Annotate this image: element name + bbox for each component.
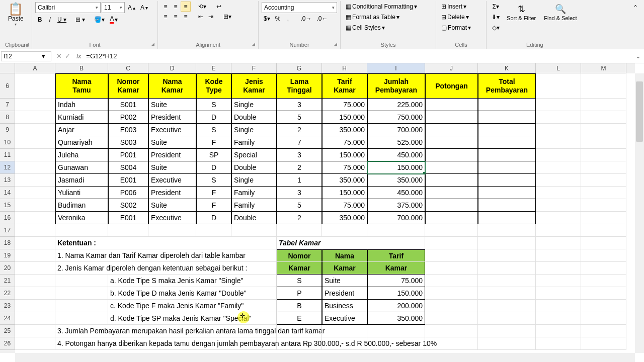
cell[interactable] xyxy=(367,224,425,237)
cell[interactable] xyxy=(536,187,581,199)
format-as-table-button[interactable]: ▦ Format as Table ▾ xyxy=(344,13,401,22)
cell[interactable]: 3 xyxy=(277,99,322,111)
cell[interactable] xyxy=(478,300,536,312)
cell-styles-button[interactable]: ▦ Cell Styles ▾ xyxy=(344,23,387,32)
cell[interactable] xyxy=(536,99,581,111)
clear-icon[interactable]: ◇▾ xyxy=(490,23,502,32)
row-header-7[interactable]: 7 xyxy=(0,99,15,111)
cell[interactable]: P002 xyxy=(108,111,148,124)
row-header-14[interactable]: 14 xyxy=(0,187,15,199)
cell[interactable]: 3 xyxy=(277,149,322,161)
decrease-font-icon[interactable]: A▾ xyxy=(138,3,150,12)
cell[interactable]: d. Kode Tipe SP maka Jenis Kamar "Specia… xyxy=(108,312,277,325)
cell[interactable]: 450.000 xyxy=(367,187,425,199)
cell[interactable]: 750.000 xyxy=(367,111,425,124)
cell[interactable]: S xyxy=(196,174,231,187)
cell[interactable]: S003 xyxy=(108,136,148,149)
cell[interactable] xyxy=(425,136,478,149)
cell[interactable] xyxy=(478,161,536,174)
number-launcher-icon[interactable]: ◢ xyxy=(334,42,337,47)
cell[interactable]: Special xyxy=(231,149,277,161)
cell[interactable] xyxy=(425,149,478,161)
cell[interactable] xyxy=(536,224,581,237)
cell[interactable]: 1 xyxy=(277,174,322,187)
cell[interactable] xyxy=(581,337,626,350)
cell[interactable] xyxy=(277,325,322,337)
table-header[interactable]: NamaKamar xyxy=(148,73,196,99)
cell[interactable] xyxy=(478,212,536,224)
cell[interactable] xyxy=(15,187,55,199)
cell[interactable] xyxy=(425,212,478,224)
tabel-kamar-header[interactable]: Tarif xyxy=(367,249,425,262)
cell[interactable]: E001 xyxy=(108,212,148,224)
row-header-22[interactable]: 22 xyxy=(0,287,15,300)
col-header-B[interactable]: B xyxy=(55,63,108,73)
alignment-launcher-icon[interactable]: ◢ xyxy=(252,42,255,47)
cell[interactable]: 2. Jenis Kamar diperoleh dengan ketentua… xyxy=(55,262,277,275)
cell[interactable] xyxy=(581,136,626,149)
increase-decimal-icon[interactable]: .0→ xyxy=(298,14,313,23)
cell[interactable]: President xyxy=(148,149,196,161)
row-header-21[interactable]: 21 xyxy=(0,275,15,287)
horizontal-scrollbar[interactable] xyxy=(15,353,635,362)
cell[interactable] xyxy=(478,224,536,237)
cell[interactable] xyxy=(15,149,55,161)
cell[interactable]: 350.000 xyxy=(367,174,425,187)
cell[interactable]: S xyxy=(277,275,322,287)
cell[interactable] xyxy=(478,187,536,199)
cell[interactable] xyxy=(15,174,55,187)
cell[interactable]: Juleha xyxy=(55,149,108,161)
formula-input[interactable] xyxy=(83,51,632,61)
cell[interactable] xyxy=(536,199,581,212)
cell[interactable] xyxy=(277,224,322,237)
cell[interactable] xyxy=(196,224,231,237)
col-header-A[interactable]: A xyxy=(15,63,55,73)
cell[interactable] xyxy=(581,199,626,212)
col-header-H[interactable]: H xyxy=(322,63,367,73)
cell[interactable] xyxy=(581,300,626,312)
cell[interactable] xyxy=(15,312,55,325)
cell[interactable] xyxy=(536,161,581,174)
cell[interactable]: Executive xyxy=(148,212,196,224)
cell[interactable]: 150.000 xyxy=(322,187,367,199)
cell[interactable]: 2 xyxy=(277,212,322,224)
cell[interactable]: Veronika xyxy=(55,212,108,224)
col-header-G[interactable]: G xyxy=(277,63,322,73)
cell[interactable] xyxy=(478,287,536,300)
cell[interactable] xyxy=(536,124,581,136)
cell[interactable] xyxy=(322,337,367,350)
fill-icon[interactable]: ⬇▾ xyxy=(490,13,502,22)
cell[interactable] xyxy=(478,337,536,350)
cell[interactable]: President xyxy=(322,287,367,300)
cell[interactable] xyxy=(536,111,581,124)
orientation-icon[interactable]: ⟲▾ xyxy=(196,2,208,11)
cell[interactable] xyxy=(55,312,108,325)
cell[interactable]: Yulianti xyxy=(55,187,108,199)
cell[interactable]: P001 xyxy=(108,149,148,161)
row-header-10[interactable]: 10 xyxy=(0,136,15,149)
vertical-scrollbar[interactable] xyxy=(635,73,644,353)
cell[interactable]: b. Kode Tipe D maka Jenis Kamar "Double" xyxy=(108,287,277,300)
tabel-kamar-header[interactable]: Nama xyxy=(322,249,367,262)
row-header-24[interactable]: 24 xyxy=(0,312,15,325)
cell[interactable]: 200.000 xyxy=(367,300,425,312)
cell[interactable] xyxy=(425,337,478,350)
cell[interactable]: 350.000 xyxy=(367,312,425,325)
autosum-icon[interactable]: Σ▾ xyxy=(490,2,502,11)
table-header[interactable]: NamaTamu xyxy=(55,73,108,99)
row-header-12[interactable]: 12 xyxy=(0,161,15,174)
cell[interactable] xyxy=(322,224,367,237)
cell[interactable]: 3. Jumlah Pembayaran merupakan hasil per… xyxy=(55,325,277,337)
col-header-J[interactable]: J xyxy=(425,63,478,73)
cell[interactable]: Suite xyxy=(148,99,196,111)
cell[interactable]: 75.000 xyxy=(322,99,367,111)
cell[interactable] xyxy=(536,287,581,300)
cell[interactable]: D xyxy=(196,212,231,224)
cell[interactable] xyxy=(425,237,478,249)
cell[interactable]: Single xyxy=(231,99,277,111)
paste-button[interactable]: 📋 Paste ▾ xyxy=(5,2,27,28)
cell[interactable]: Qumariyah xyxy=(55,136,108,149)
col-header-C[interactable]: C xyxy=(108,63,148,73)
format-button[interactable]: ▢ Format ▾ xyxy=(439,23,473,32)
cell[interactable] xyxy=(478,237,536,249)
